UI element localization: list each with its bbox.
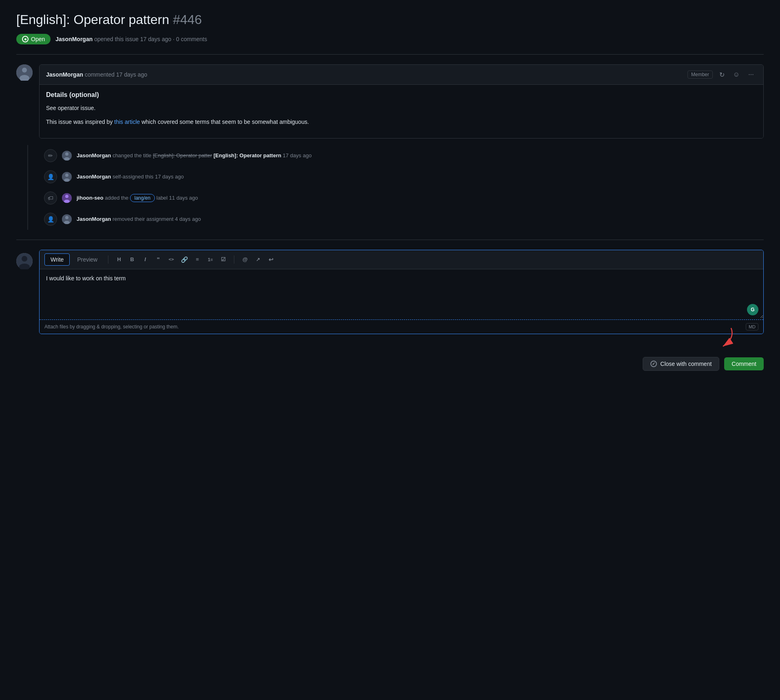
current-user-avatar [16, 253, 33, 269]
event-avatar-4 [62, 214, 72, 224]
event-avatar-2 [62, 172, 72, 182]
comment-editor-section: Write Preview H B I " <> 🔗 ≡ 1≡ ☑ @ ↗ ↩ … [16, 250, 764, 334]
close-with-comment-label: Close with comment [660, 361, 712, 367]
comment-paragraph2: This issue was inspired by this article … [46, 117, 757, 126]
react-button[interactable]: ↻ [716, 69, 727, 80]
reference-icon[interactable]: ↗ [252, 254, 264, 265]
svg-point-5 [64, 157, 70, 161]
svg-point-7 [65, 174, 68, 177]
circle-check-icon: ✓ [650, 361, 657, 367]
svg-point-10 [65, 195, 68, 198]
more-options-button[interactable]: ··· [745, 69, 757, 80]
section-divider [16, 54, 764, 55]
timeline-event-assigned: 👤 JasonMorgan self-assigned this 17 days… [41, 166, 764, 187]
write-tab[interactable]: Write [44, 253, 70, 266]
bullet-list-icon[interactable]: ≡ [192, 254, 203, 265]
meta-author: JasonMorgan [55, 36, 93, 42]
svg-point-14 [64, 221, 70, 224]
timeline-event-title-change: ✏ JasonMorgan changed the title [English… [41, 145, 764, 166]
comment-body: Details (optional) See operator issue. T… [40, 85, 763, 138]
comment-actions: Member ↻ ☺ ··· [687, 69, 757, 80]
meta-action: opened this issue [94, 36, 139, 42]
preview-tab[interactable]: Preview [71, 254, 103, 265]
timeline-event-label: 🏷 jihoon-seo added the lang/en label 11 … [41, 187, 764, 209]
editor-footer: Attach files by dragging & dropping, sel… [40, 319, 763, 334]
event-avatar-3 [62, 193, 72, 203]
tag-icon: 🏷 [44, 192, 57, 205]
numbered-list-icon[interactable]: 1≡ [205, 254, 216, 265]
comment-input[interactable]: I would like to work on this term [40, 269, 763, 318]
comment-block: JasonMorgan commented 17 days ago Member… [16, 64, 764, 139]
issue-meta-text: JasonMorgan opened this issue 17 days ag… [55, 36, 207, 42]
actions-row: ✓ Close with comment Comment [16, 357, 764, 371]
status-badge: Open [16, 34, 51, 44]
link-icon[interactable]: 🔗 [178, 254, 190, 265]
quote-icon[interactable]: " [152, 254, 164, 265]
issue-meta: Open JasonMorgan opened this issue 17 da… [16, 34, 764, 44]
svg-point-16 [22, 256, 27, 262]
open-icon [22, 36, 29, 42]
page-title: [English]: Operator pattern #446 [16, 12, 764, 27]
heading-icon[interactable]: H [113, 254, 125, 265]
editor-textarea-wrapper: I would like to work on this term G [40, 269, 763, 319]
avatar [16, 64, 33, 81]
markdown-icon: MD [746, 323, 758, 330]
issue-number: #446 [173, 12, 202, 27]
undo-icon[interactable]: ↩ [265, 254, 277, 265]
meta-time: 17 days ago [140, 36, 171, 42]
comment-time: commented 17 days ago [85, 71, 147, 78]
editor-divider [16, 240, 764, 240]
italic-icon[interactable]: I [139, 254, 151, 265]
timeline: ✏ JasonMorgan changed the title [English… [16, 145, 764, 230]
status-label: Open [31, 36, 45, 42]
member-badge: Member [687, 70, 713, 79]
svg-point-13 [65, 216, 68, 219]
event-avatar-1 [62, 151, 72, 161]
task-list-icon[interactable]: ☑ [218, 254, 229, 265]
svg-point-1 [22, 68, 27, 73]
comment-paragraph1: See operator issue. [46, 103, 757, 112]
attach-text: Attach files by dragging & dropping, sel… [44, 324, 179, 330]
meta-comments: 0 comments [176, 36, 207, 42]
code-icon[interactable]: <> [165, 254, 177, 265]
event-4-text: JasonMorgan removed their assignment 4 d… [77, 216, 201, 222]
editor-toolbar: Write Preview H B I " <> 🔗 ≡ 1≡ ☑ @ ↗ ↩ [40, 250, 763, 269]
svg-point-8 [64, 178, 70, 182]
comment-button[interactable]: Comment [724, 357, 764, 370]
close-with-comment-button[interactable]: ✓ Close with comment [643, 357, 719, 371]
emoji-button[interactable]: ☺ [731, 69, 742, 80]
grammarly-icon: G [747, 304, 758, 315]
toolbar-divider [108, 255, 108, 264]
timeline-event-unassigned: 👤 JasonMorgan removed their assignment 4… [41, 209, 764, 230]
event-3-text: jihoon-seo added the lang/en label 11 da… [77, 194, 198, 202]
person-remove-icon: 👤 [44, 213, 57, 226]
pencil-icon: ✏ [44, 149, 57, 162]
person-icon: 👤 [44, 170, 57, 183]
comment-box: JasonMorgan commented 17 days ago Member… [39, 64, 764, 139]
bold-icon[interactable]: B [126, 254, 138, 265]
event-1-text: JasonMorgan changed the title [English]:… [77, 152, 312, 158]
comment-meta: JasonMorgan commented 17 days ago [46, 71, 147, 78]
toolbar-divider-2 [234, 255, 234, 264]
comment-header: JasonMorgan commented 17 days ago Member… [40, 65, 763, 85]
svg-point-11 [64, 200, 70, 203]
title-text: [English]: Operator pattern [16, 12, 169, 27]
mention-icon[interactable]: @ [239, 254, 251, 265]
svg-point-4 [65, 152, 68, 156]
editor-container: Write Preview H B I " <> 🔗 ≡ 1≡ ☑ @ ↗ ↩ … [39, 250, 764, 334]
label-badge: lang/en [130, 194, 155, 202]
article-link[interactable]: this article [114, 119, 140, 125]
comment-author: JasonMorgan [46, 71, 83, 78]
event-2-text: JasonMorgan self-assigned this 17 days a… [77, 174, 184, 180]
comment-heading: Details (optional) [46, 91, 757, 99]
